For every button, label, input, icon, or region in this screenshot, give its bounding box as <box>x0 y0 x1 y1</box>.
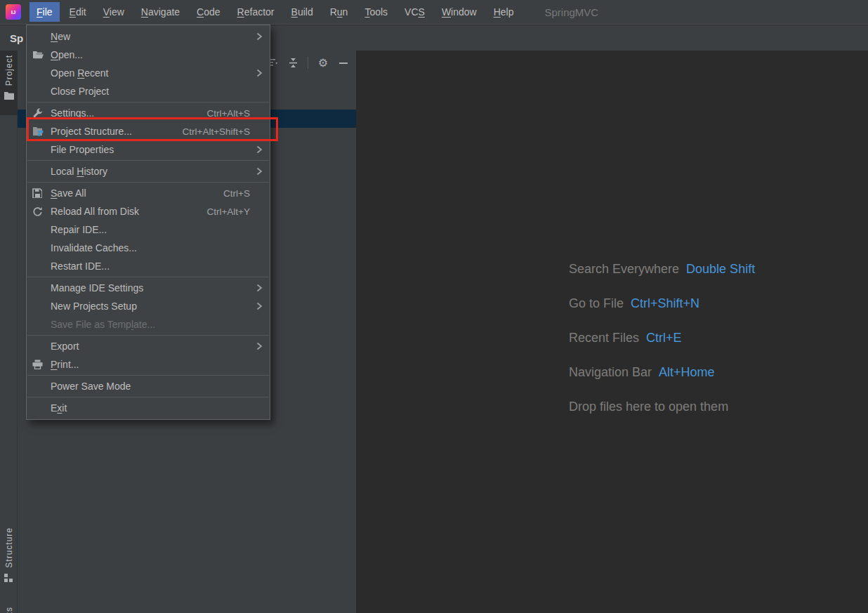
menu-item-print[interactable]: Print... <box>27 355 270 374</box>
shortcut-hint-navigation-bar: Navigation BarAlt+Home <box>569 355 755 390</box>
submenu-chevron-icon <box>253 302 263 310</box>
printer-icon <box>32 359 46 370</box>
folder-icon <box>4 91 14 100</box>
shortcut-hint-go-to-file: Go to FileCtrl+Shift+N <box>569 286 755 321</box>
menubar-item-edit[interactable]: Edit <box>63 2 93 22</box>
menu-item-label: Settings... <box>51 107 94 119</box>
shortcut-hint-search-everywhere: Search EverywhereDouble Shift <box>569 252 755 286</box>
project-structure-icon <box>32 126 46 137</box>
save-icon <box>32 187 46 199</box>
menu-separator <box>27 277 269 277</box>
shortcut-hint-label: Navigation Bar <box>569 365 652 380</box>
menubar-item-run[interactable]: Run <box>323 2 355 22</box>
menu-item-icon-slot <box>32 319 46 330</box>
menu-item-power-save-mode[interactable]: Power Save Mode <box>27 377 270 395</box>
menu-item-export[interactable]: Export <box>27 337 270 355</box>
menu-separator <box>27 335 269 336</box>
menu-item-label: New Projects Setup <box>51 301 137 312</box>
menu-item-icon-slot <box>32 144 46 155</box>
collapse-all-icon[interactable] <box>287 58 298 69</box>
menu-item-icon-slot <box>32 402 46 414</box>
menu-item-icon-slot <box>32 282 46 294</box>
shortcut-hint-label: Drop files here to open them <box>569 400 728 414</box>
menubar-item-window[interactable]: Window <box>435 2 484 22</box>
menu-item-label: Edit <box>70 6 86 18</box>
menubar-item-help[interactable]: Help <box>487 2 521 22</box>
menu-item-icon-slot <box>32 261 46 272</box>
sidebar-tab-project[interactable]: Project <box>0 51 18 115</box>
structure-tab-label: Structure <box>4 523 14 572</box>
menu-item-label: Build <box>291 6 313 18</box>
wrench-icon <box>32 107 46 119</box>
menu-item-icon-slot <box>32 86 46 97</box>
menu-item-repair-ide[interactable]: Repair IDE... <box>27 220 270 239</box>
editor-area: Search EverywhereDouble ShiftGo to FileC… <box>356 51 868 613</box>
menu-item-label: Export <box>51 341 79 352</box>
menu-item-icon-slot <box>32 301 46 312</box>
menubar-item-tools[interactable]: Tools <box>357 2 395 22</box>
menubar-item-build[interactable]: Build <box>284 2 320 22</box>
menu-item-label: Code <box>197 6 220 18</box>
menu-item-label: Power Save Mode <box>51 381 131 392</box>
menu-separator <box>27 160 269 161</box>
menu-item-label: File <box>37 6 53 18</box>
menubar-item-code[interactable]: Code <box>190 2 227 22</box>
project-selector-fragment[interactable]: Sp <box>10 32 23 44</box>
menu-item-label: Local History <box>51 166 107 177</box>
menubar-item-navigate[interactable]: Navigate <box>134 2 187 22</box>
menu-item-manage-ide-settings[interactable]: Manage IDE Settings <box>27 279 270 297</box>
menu-item-new[interactable]: New <box>27 27 270 46</box>
menu-item-save-file-as-template: Save File as Template... <box>27 315 270 334</box>
project-panel-header: ⚙ <box>267 51 356 75</box>
menu-item-open[interactable]: Open... <box>27 46 270 64</box>
menu-item-new-projects-setup[interactable]: New Projects Setup <box>27 297 270 315</box>
menu-item-icon-slot <box>32 224 46 235</box>
menu-item-settings[interactable]: Settings...Ctrl+Alt+S <box>27 104 270 122</box>
menubar-item-view[interactable]: View <box>96 2 131 22</box>
menubar-item-file[interactable]: File <box>29 2 60 22</box>
window-title: SpringMVC <box>545 6 599 18</box>
refresh-icon <box>32 206 46 217</box>
menu-item-invalidate-caches[interactable]: Invalidate Caches... <box>27 239 270 257</box>
menu-item-restart-ide[interactable]: Restart IDE... <box>27 257 270 275</box>
menu-item-label: Repair IDE... <box>51 224 107 235</box>
menu-item-label: VCS <box>405 6 425 18</box>
menu-item-icon-slot <box>32 242 46 253</box>
menu-item-icon-slot <box>32 67 46 79</box>
folder-open-icon <box>32 49 46 60</box>
menu-item-local-history[interactable]: Local History <box>27 162 270 180</box>
shortcut-hint-label: Recent Files <box>569 331 639 345</box>
bookmarks-tab-label-fragment: ks <box>4 602 14 613</box>
menu-item-project-structure[interactable]: Project Structure...Ctrl+Alt+Shift+S <box>27 122 270 140</box>
menu-separator <box>27 102 269 103</box>
menu-item-close-project[interactable]: Close Project <box>27 82 270 100</box>
menu-item-save-all[interactable]: Save AllCtrl+S <box>27 184 270 202</box>
menubar-item-refactor[interactable]: Refactor <box>230 2 282 22</box>
menu-item-label: Tools <box>364 6 388 18</box>
menu-item-label: Open Recent <box>51 67 109 79</box>
menubar-item-vcs[interactable]: VCS <box>397 2 432 22</box>
sidebar-tab-bookmarks-partial[interactable]: ks <box>0 602 18 613</box>
menu-item-label: Navigate <box>141 6 180 18</box>
shortcut-hint-recent-files: Recent FilesCtrl+E <box>569 321 755 355</box>
menu-item-label: New <box>51 31 70 42</box>
ide-window: IJ FileEditViewNavigateCodeRefactorBuild… <box>0 0 868 613</box>
menu-item-label: Window <box>442 6 477 18</box>
menu-item-label: Open... <box>51 49 83 60</box>
menu-bar-items: FileEditViewNavigateCodeRefactorBuildRun… <box>28 2 522 22</box>
menu-item-file-properties[interactable]: File Properties <box>27 140 270 159</box>
hide-panel-icon[interactable] <box>338 58 349 69</box>
menu-item-exit[interactable]: Exit <box>27 399 270 417</box>
menu-item-icon-slot <box>32 381 46 392</box>
shortcut-hint-keys: Alt+Home <box>659 365 715 380</box>
menu-item-label: View <box>103 6 124 18</box>
sidebar-tab-structure[interactable]: Structure <box>0 523 18 604</box>
menu-item-open-recent[interactable]: Open Recent <box>27 64 270 82</box>
menu-item-label: Help <box>494 6 514 18</box>
toolbar-separator <box>308 57 308 69</box>
menu-item-icon-slot <box>32 31 46 42</box>
gear-icon[interactable]: ⚙ <box>317 58 329 69</box>
menu-item-label: Refactor <box>237 6 275 18</box>
menu-bar: IJ FileEditViewNavigateCodeRefactorBuild… <box>0 0 868 25</box>
menu-item-reload-all-from-disk[interactable]: Reload All from DiskCtrl+Alt+Y <box>27 202 270 220</box>
